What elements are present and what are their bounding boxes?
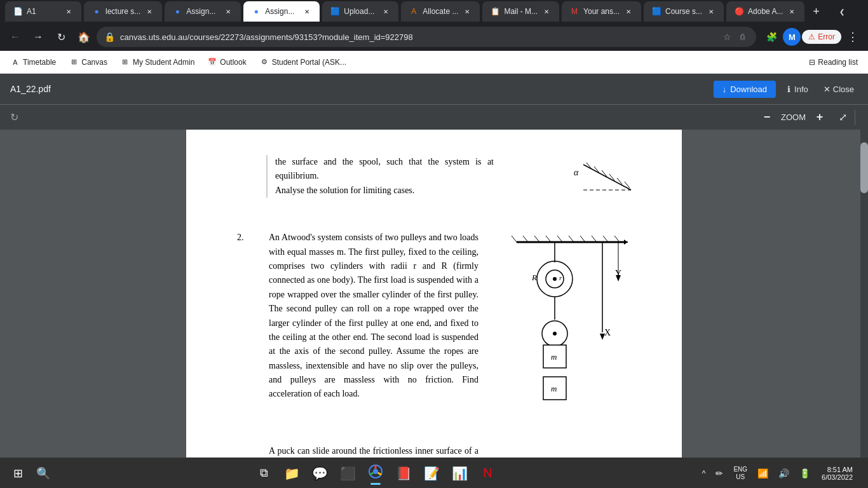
bookmark-star-icon[interactable]: ☆ (721, 30, 733, 43)
timetable-label: Timetable (23, 58, 56, 67)
tray-pen[interactable]: ✏ (712, 466, 727, 481)
zoom-expand-button[interactable]: ⤢ (839, 111, 847, 123)
taskbar-cortana[interactable]: 💬 (307, 461, 332, 486)
tray-wifi[interactable]: 📶 (754, 466, 772, 481)
scrollbar[interactable] (860, 130, 868, 458)
bookmark-outlook[interactable]: 📅 Outlook (202, 55, 251, 70)
prev-text-1: the surface and the spool, such that the… (275, 155, 494, 184)
bookmark-timetable[interactable]: A Timetable (5, 55, 61, 70)
circle-svg (504, 444, 631, 458)
circle-diagram (491, 444, 644, 458)
start-button[interactable]: ⊞ (5, 461, 31, 486)
tab-mail[interactable]: 📋 Mail - M... ✕ (482, 1, 559, 22)
taskview-icon: ⧉ (260, 466, 268, 480)
pdf-page: the surface and the spool, such that the… (186, 130, 682, 458)
download-label: Download (730, 85, 767, 94)
powerpoint-icon: 📊 (452, 466, 468, 481)
spacer-1 (237, 210, 644, 226)
reading-list-label: Reading list (818, 58, 858, 67)
extensions-button[interactable]: 🧩 (761, 27, 782, 47)
taskbar-taskview2[interactable]: ⬛ (335, 461, 360, 486)
tab-allocate-close[interactable]: ✕ (462, 6, 472, 17)
new-tab-button[interactable]: + (807, 3, 825, 20)
tab-assign1-favicon: ● (172, 6, 182, 17)
tab-assign1[interactable]: ● Assign... ✕ (165, 1, 241, 22)
tray-overflow[interactable]: ^ (698, 466, 710, 480)
tab-course-close[interactable]: ✕ (706, 6, 716, 17)
clock[interactable]: 8:51 AM 6/03/2022 (817, 463, 858, 484)
svg-text:R: R (531, 273, 537, 282)
tab-yourans-close[interactable]: ✕ (623, 6, 634, 17)
reload-button[interactable]: ↻ (51, 27, 71, 47)
taskbar: ⊞ 🔍 ⧉ 📁 💬 ⬛ (0, 458, 868, 488)
more-button[interactable]: ⋮ (843, 27, 863, 47)
prev-problem-section: the surface and the spool, such that the… (237, 155, 644, 200)
zoom-out-button[interactable]: − (758, 109, 776, 126)
taskbar-chrome[interactable] (363, 461, 388, 486)
svg-point-25 (553, 277, 557, 281)
tab-assign1-close[interactable]: ✕ (223, 6, 233, 17)
tab-allocate[interactable]: A Allocate ... ✕ (401, 1, 480, 22)
tab-allocate-label: Allocate ... (423, 7, 458, 16)
pdf-content: the surface and the spool, such that the… (0, 130, 868, 458)
tab-upload[interactable]: 🟦 Upload... ✕ (322, 1, 398, 22)
tab-course[interactable]: 🟦 Course s... ✕ (644, 1, 724, 22)
title-bar: 📄 A1 ✕ ● lecture s... ✕ ● Assign... ✕ ● … (0, 0, 868, 23)
tab-lecture[interactable]: ● lecture s... ✕ (84, 1, 162, 22)
taskbar-powerpoint[interactable]: 📊 (447, 461, 472, 486)
tab-adobe-favicon: 🔴 (734, 6, 744, 17)
zoom-in-button[interactable]: + (811, 109, 829, 126)
bookmark-canvas[interactable]: ⊞ Canvas (64, 55, 112, 70)
taskbar-netflix[interactable]: N (475, 461, 500, 486)
svg-line-47 (370, 473, 374, 475)
pdf-close-icon: ✕ (824, 85, 831, 94)
error-button[interactable]: ⚠ Error (802, 30, 841, 44)
svg-marker-21 (624, 240, 628, 245)
tab-mail-close[interactable]: ✕ (541, 6, 552, 17)
pen-icon: ✏ (715, 468, 723, 478)
profile-button[interactable]: M (783, 28, 801, 46)
bookmark-student-portal[interactable]: ⚙ Student Portal (ASK... (254, 55, 351, 70)
tab-a1-close[interactable]: ✕ (64, 6, 74, 17)
reading-list-button[interactable]: ⊟ Reading list (804, 55, 863, 69)
svg-text:r: r (559, 274, 562, 281)
taskbar-acrobat[interactable]: 📕 (391, 461, 416, 486)
taskbar-taskview[interactable]: ⧉ (251, 461, 276, 486)
scrollbar-thumb[interactable] (860, 142, 868, 193)
language-label: ENGUS (733, 466, 747, 481)
tray-language[interactable]: ENGUS (729, 463, 751, 484)
tray-battery[interactable]: 🔋 (796, 466, 814, 481)
browser-frame: 📄 A1 ✕ ● lecture s... ✕ ● Assign... ✕ ● … (0, 0, 868, 488)
tab-course-label: Course s... (665, 7, 702, 16)
back-button[interactable]: ← (5, 27, 25, 47)
pdf-close-button[interactable]: ✕ Close (820, 81, 858, 98)
share-icon[interactable]: ⎙ (736, 30, 749, 43)
home-button[interactable]: 🏠 (74, 27, 94, 47)
tab-lecture-close[interactable]: ✕ (144, 6, 154, 17)
bookmark-student-admin[interactable]: ⊞ My Student Admin (115, 55, 200, 70)
tab-upload-close[interactable]: ✕ (381, 6, 391, 17)
refresh-icon[interactable]: ↻ (10, 111, 18, 123)
tab-a1[interactable]: 📄 A1 ✕ (5, 1, 81, 22)
tab-assign2[interactable]: ● Assign... ✕ (243, 1, 320, 22)
tab-scroll-left[interactable]: ❮ (827, 0, 857, 23)
taskbar-search-button[interactable]: 🔍 (33, 463, 53, 484)
download-button[interactable]: ↓ Download (714, 81, 776, 98)
address-bar[interactable]: 🔒 canvas.uts.edu.au/courses/22273/assign… (97, 27, 756, 47)
taskbar-tray: ^ ✏ ENGUS 📶 🔊 🔋 8:51 AM (698, 463, 863, 484)
taskbar-explorer[interactable]: 📁 (279, 461, 304, 486)
tab-scroll-right[interactable]: ❯ (859, 0, 868, 23)
info-button[interactable]: ℹ Info (781, 81, 815, 98)
download-icon: ↓ (722, 85, 727, 94)
browser-actions: 🧩 M ⚠ Error ⋮ (761, 27, 863, 47)
tab-assign2-close[interactable]: ✕ (302, 6, 312, 17)
tab-mail-label: Mail - M... (504, 7, 538, 16)
forward-button[interactable]: → (28, 27, 48, 47)
tab-yourans[interactable]: M Your ans... ✕ (562, 1, 641, 22)
tray-volume[interactable]: 🔊 (775, 466, 793, 481)
taskbar-notepad[interactable]: 📝 (419, 461, 444, 486)
student-admin-favicon: ⊞ (120, 57, 130, 67)
tab-assign2-favicon: ● (251, 6, 261, 17)
tab-adobe-close[interactable]: ✕ (787, 6, 797, 17)
tab-adobe[interactable]: 🔴 Adobe A... ✕ (726, 1, 804, 22)
